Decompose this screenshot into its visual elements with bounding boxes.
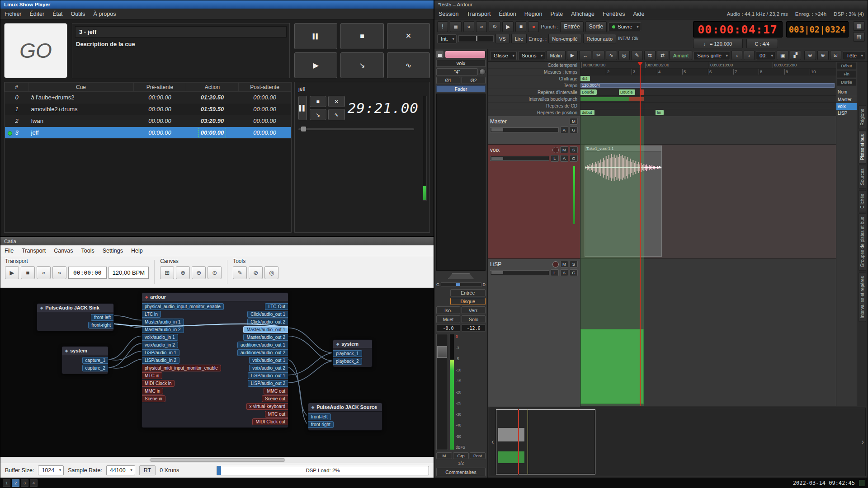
loop-button[interactable]: ↻ [489, 21, 500, 32]
automation-button[interactable]: A [560, 269, 568, 276]
stop-button[interactable]: ■ [340, 23, 383, 49]
mouse-mode-button[interactable]: ✎ [631, 51, 642, 60]
ardour-menu-item[interactable]: Session [434, 9, 462, 19]
nudge-forward-button[interactable]: › [744, 51, 755, 60]
cue-table-header[interactable]: Action [186, 83, 239, 92]
punch-out-button[interactable]: Sortie [585, 21, 607, 32]
buffer-size-select[interactable]: 1024▾ [38, 465, 64, 475]
bbt-clock[interactable]: 003|02|0324 [786, 21, 849, 38]
scrollbar-thumb[interactable] [150, 458, 285, 462]
follow-playhead-combo[interactable]: Suivre▾ [609, 22, 641, 31]
smart-mode-button[interactable]: Malin [547, 51, 566, 60]
track-header-lisp[interactable]: LiSP M S L A G [488, 259, 580, 407]
track-lane-voix[interactable]: Take1_voix-1.1 [580, 145, 836, 259]
level-button[interactable]: L [551, 269, 559, 276]
play-button[interactable]: ▶ [294, 52, 337, 79]
timecode-ruler[interactable]: 00:00:00:0000:00:05:0000:00:10:0000:00:1… [580, 62, 836, 69]
ruler-label[interactable]: Chiffrage [488, 75, 580, 82]
toolbar-icon-button[interactable]: ▞ [790, 51, 801, 60]
fade-out-button[interactable]: ↘ [340, 52, 383, 79]
workspace-button[interactable]: 1 [3, 479, 10, 487]
lisp-menu-item[interactable]: Fichier [0, 9, 26, 19]
transport-button[interactable]: « [37, 266, 51, 279]
group-button[interactable]: G [570, 127, 578, 133]
catia-menu-item[interactable]: Transport [18, 246, 50, 255]
snap-button[interactable]: Aimant [670, 51, 692, 60]
selection-clock-label[interactable]: Durée [837, 79, 856, 86]
location-markers-ruler[interactable]: début fin [580, 109, 836, 116]
edit-point-button[interactable]: ⇄ [657, 51, 668, 60]
zoom-in-button[interactable]: ⊕ [817, 51, 829, 60]
zoom-focus-combo[interactable]: Tête▾ [843, 51, 865, 60]
group-button[interactable]: G [570, 155, 578, 162]
group-button[interactable]: G [570, 269, 578, 276]
pause-button[interactable]: ▌▌ [294, 23, 337, 49]
trim-knob[interactable] [479, 69, 486, 75]
cue-row[interactable]: 2 Iwan 00:00.00 03:20.90 00:00.00 [5, 115, 291, 127]
cue-row[interactable]: 3 jeff 00:00.00 00:00.00 00:00.00 [5, 127, 291, 139]
input-select-button[interactable]: "4" [436, 68, 478, 75]
phase-invert-2-button[interactable]: Ø2 [462, 77, 486, 84]
record-button[interactable]: ● [528, 21, 539, 32]
cue-table-header[interactable]: Cue [28, 83, 134, 92]
playhead[interactable] [640, 62, 641, 406]
auto-return-button[interactable]: Retour auto [583, 34, 616, 43]
lisp-menu-item[interactable]: Outils [66, 9, 89, 19]
toolbar-icon-button[interactable]: ▣ [777, 51, 788, 60]
track-name[interactable]: LiSP [490, 261, 551, 267]
solo-button[interactable]: S [570, 261, 578, 267]
solo-isolate-button[interactable]: Iso. [436, 306, 460, 314]
gain-fader[interactable] [436, 334, 448, 450]
punch-range-bar[interactable] [629, 97, 644, 101]
zoom-out-button[interactable]: ⊖ [804, 51, 816, 60]
ardour-menu-item[interactable]: Transport [462, 9, 495, 19]
transport-button[interactable]: ■ [21, 266, 35, 279]
selection-clock-label[interactable]: Fin [837, 70, 856, 78]
lisp-titlebar[interactable]: Linux Show Player [0, 0, 434, 9]
loop-start-marker[interactable]: Boucle [580, 89, 597, 95]
tray-icon[interactable] [859, 480, 865, 486]
record-arm-button[interactable] [552, 261, 559, 267]
catia-menu-item[interactable]: Settings [99, 246, 127, 255]
cue-stop-button[interactable]: ■ [310, 96, 326, 107]
mouse-mode-button[interactable]: ∿ [606, 51, 617, 60]
edit-point-button[interactable]: ⇆ [644, 51, 656, 60]
solo-lock-button[interactable]: Verr. [462, 306, 486, 314]
ruler-label[interactable]: Mesures : temps [488, 69, 580, 75]
ruler-label[interactable]: Code temporel [488, 62, 580, 69]
meter-button[interactable]: C : 4/4 [746, 39, 778, 48]
ruler-label[interactable]: Tempo [488, 82, 580, 89]
tool-button[interactable]: ✎ [233, 266, 247, 279]
track-list-item[interactable]: Master [836, 96, 857, 103]
nudge-clock[interactable]: 00:▾ [756, 51, 775, 60]
play-button[interactable]: ▶ [502, 21, 514, 32]
start-marker[interactable]: début [580, 110, 594, 115]
mouse-mode-button[interactable]: ◎ [618, 51, 630, 60]
catia-menu-item[interactable]: File [0, 246, 18, 255]
canvas-zoom-button[interactable]: ⊕ [176, 266, 190, 279]
page-switch-button[interactable]: ▦ [853, 21, 865, 31]
tempo-button[interactable]: ♩ = 120,000 [693, 39, 743, 48]
fader-processor[interactable]: Fader [436, 85, 486, 92]
bars-ruler[interactable]: 2345678910 [580, 69, 836, 75]
sidebar-tab[interactable]: Régions [859, 105, 866, 129]
edit-mode-combo[interactable]: Glisse▾ [490, 51, 517, 60]
meter-marker[interactable]: 4/4 [580, 76, 590, 81]
audio-region-green[interactable] [580, 329, 644, 404]
interrupt-button[interactable]: ✕ [387, 23, 430, 49]
summary-scroll-right[interactable]: › [862, 438, 864, 446]
phase-invert-1-button[interactable]: Ø1 [436, 77, 460, 84]
processor-box[interactable] [436, 94, 486, 271]
catia-menu-item[interactable]: Help [127, 246, 147, 255]
punch-in-button[interactable]: Entrée [560, 21, 583, 32]
automation-button[interactable]: A [560, 155, 568, 162]
workspace-button[interactable]: 3 [21, 479, 28, 487]
midi-panic-button[interactable]: ! [437, 21, 448, 32]
track-header-voix[interactable]: voix M S L A G [488, 145, 580, 259]
level-button[interactable]: L [551, 155, 559, 162]
canvas-zoom-button[interactable]: ⊖ [192, 266, 206, 279]
catia-menu-item[interactable]: Tools [77, 246, 99, 255]
record-arm-button[interactable] [552, 147, 559, 153]
cue-row[interactable]: 1 amovible2+drums 00:00.00 01:59.50 00:0… [5, 103, 291, 115]
comments-button[interactable]: Commentaires [436, 468, 486, 476]
